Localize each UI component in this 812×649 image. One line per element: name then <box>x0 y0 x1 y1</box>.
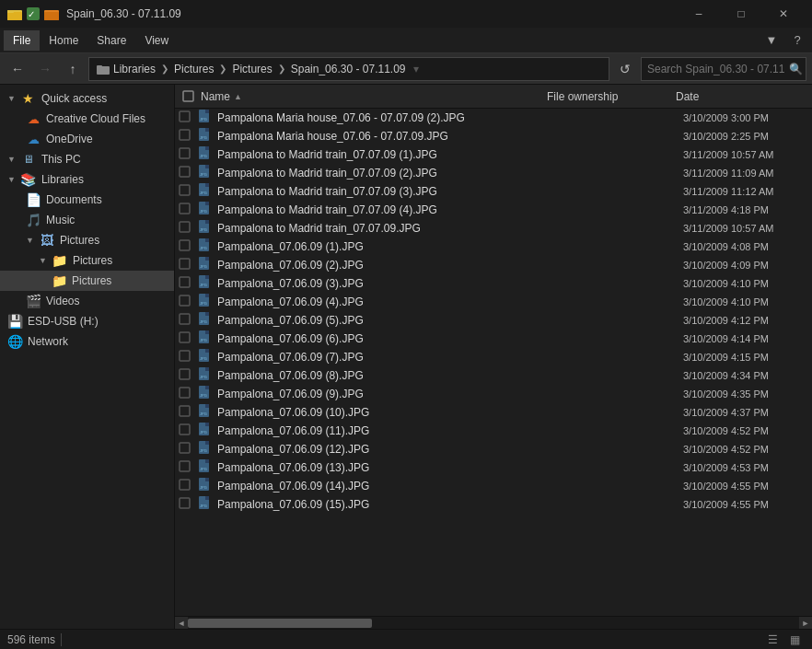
table-row[interactable]: JPG Pampalona_07.06.09 (6).JPG 3/10/2009… <box>175 330 812 348</box>
sidebar-item-libraries[interactable]: ▼ 📚 Libraries <box>0 169 174 190</box>
svg-text:JPG: JPG <box>200 209 207 214</box>
row-checkbox[interactable] <box>179 276 197 291</box>
row-checkbox[interactable] <box>179 184 197 199</box>
path-pictures1[interactable]: Pictures <box>174 63 214 75</box>
large-icons-view-button[interactable]: ▦ <box>784 632 805 648</box>
svg-text:JPG: JPG <box>200 411 207 416</box>
row-checkbox[interactable] <box>179 313 197 328</box>
row-checkbox[interactable] <box>179 331 197 346</box>
row-checkbox[interactable] <box>179 460 197 475</box>
menubar-help-icon[interactable]: ? <box>786 29 808 52</box>
row-checkbox[interactable] <box>179 110 197 125</box>
table-row[interactable]: JPG Pampalona Maria house_07.06 - 07.07.… <box>175 109 812 127</box>
svg-text:JPG: JPG <box>200 393 207 398</box>
sidebar-item-pictures-sub[interactable]: ▼ 📁 Pictures <box>0 250 174 271</box>
address-path[interactable]: Libraries ❯ Pictures ❯ Pictures ❯ Spain_… <box>88 57 609 81</box>
close-button[interactable]: ✕ <box>762 0 805 28</box>
sidebar-item-pictures-active[interactable]: 📁 Pictures <box>0 271 174 291</box>
jpg-file-icon: JPG <box>197 202 214 219</box>
hscroll-right-button[interactable]: ► <box>799 617 812 630</box>
row-checkbox[interactable] <box>179 387 197 401</box>
row-checkbox[interactable] <box>179 239 197 254</box>
search-input[interactable] <box>647 63 785 75</box>
row-checkbox[interactable] <box>179 129 197 144</box>
horizontal-scrollbar[interactable]: ◄ ► <box>175 616 812 629</box>
refresh-button[interactable]: ↺ <box>613 57 637 81</box>
back-button[interactable]: ← <box>6 57 29 81</box>
table-row[interactable]: JPG Pampalona_07.06.09 (2).JPG 3/10/2009… <box>175 256 812 274</box>
hscroll-left-button[interactable]: ◄ <box>175 617 188 630</box>
svg-text:JPG: JPG <box>200 301 207 306</box>
table-row[interactable]: JPG Pampalona_07.06.09 (14).JPG 3/10/200… <box>175 477 812 495</box>
sidebar-item-onedrive[interactable]: ☁ OneDrive <box>0 129 174 149</box>
sidebar-item-pictures[interactable]: ▼ 🖼 Pictures <box>0 230 174 250</box>
row-checkbox[interactable] <box>179 166 197 180</box>
column-date-header[interactable]: Date <box>672 90 801 103</box>
table-row[interactable]: JPG Pampalona_07.06.09 (10).JPG 3/10/200… <box>175 403 812 422</box>
header-checkbox[interactable] <box>179 90 197 102</box>
table-row[interactable]: JPG Pampalona_07.06.09 (13).JPG 3/10/200… <box>175 458 812 477</box>
table-row[interactable]: JPG Pampalona_07.06.09 (9).JPG 3/10/2009… <box>175 385 812 403</box>
forward-button[interactable]: → <box>33 57 57 81</box>
row-checkbox[interactable] <box>179 295 197 309</box>
statusbar: 596 items ☰ ▦ <box>0 629 812 649</box>
table-row[interactable]: JPG Pampalona_07.06.09 (1).JPG 3/10/2009… <box>175 238 812 256</box>
up-button[interactable]: ↑ <box>61 57 85 81</box>
table-row[interactable]: JPG Pampalona_07.06.09 (5).JPG 3/10/2009… <box>175 311 812 330</box>
menu-home[interactable]: Home <box>40 30 87 51</box>
sidebar-item-network[interactable]: 🌐 Network <box>0 331 174 352</box>
table-row[interactable]: JPG Pampalona_07.06.09 (7).JPG 3/10/2009… <box>175 348 812 366</box>
minimize-button[interactable]: – <box>678 0 720 28</box>
row-checkbox[interactable] <box>179 497 197 512</box>
menu-share[interactable]: Share <box>87 30 135 51</box>
row-checkbox[interactable] <box>179 479 197 493</box>
table-row[interactable]: JPG Pampalona_07.06.09 (12).JPG 3/10/200… <box>175 440 812 458</box>
details-view-button[interactable]: ☰ <box>762 632 783 648</box>
svg-rect-32 <box>205 202 209 205</box>
column-name-header[interactable]: Name ▲ <box>197 90 543 103</box>
row-checkbox[interactable] <box>179 368 197 383</box>
column-ownership-header[interactable]: File ownership <box>543 90 672 103</box>
titlebar-controls: – □ ✕ <box>678 0 805 28</box>
row-checkbox[interactable] <box>179 147 197 162</box>
table-row[interactable]: JPG Pampalona_07.06.09 (15).JPG 3/10/200… <box>175 495 812 514</box>
table-row[interactable]: JPG Pampalona_07.06.09 (8).JPG 3/10/2009… <box>175 366 812 385</box>
row-checkbox[interactable] <box>179 423 197 438</box>
menu-file[interactable]: File <box>4 30 40 51</box>
sidebar-item-videos[interactable]: 🎬 Videos <box>0 291 174 311</box>
table-row[interactable]: JPG Pampalona_07.06.09 (4).JPG 3/10/2009… <box>175 293 812 311</box>
row-checkbox[interactable] <box>179 258 197 272</box>
table-row[interactable]: JPG Pampalona_07.06.09 (11).JPG 3/10/200… <box>175 422 812 440</box>
row-checkbox[interactable] <box>179 350 197 365</box>
sidebar-item-music[interactable]: 🎵 Music <box>0 210 174 230</box>
svg-text:JPG: JPG <box>200 485 207 490</box>
sidebar-item-quick-access[interactable]: ▼ ★ Quick access <box>0 88 174 109</box>
sidebar-item-documents[interactable]: 📄 Documents <box>0 190 174 210</box>
table-row[interactable]: JPG Pampalona to Madrid train_07.07.09 (… <box>175 182 812 201</box>
search-box[interactable]: 🔍 <box>641 57 806 81</box>
row-checkbox[interactable] <box>179 405 197 420</box>
path-spain[interactable]: Spain_06.30 - 07.11.09 <box>291 63 406 75</box>
row-checkbox[interactable] <box>179 442 197 457</box>
maximize-button[interactable]: □ <box>720 0 762 28</box>
file-icon-svg: JPG <box>197 275 212 290</box>
table-row[interactable]: JPG Pampalona Maria house_07.06 - 07.07.… <box>175 127 812 145</box>
table-row[interactable]: JPG Pampalona to Madrid train_07.07.09.J… <box>175 219 812 238</box>
row-checkbox[interactable] <box>179 203 197 217</box>
table-row[interactable]: JPG Pampalona to Madrid train_07.07.09 (… <box>175 164 812 182</box>
sidebar-item-esd-usb[interactable]: 💾 ESD-USB (H:) <box>0 311 174 331</box>
table-row[interactable]: JPG Pampalona_07.06.09 (3).JPG 3/10/2009… <box>175 274 812 293</box>
svg-rect-22 <box>180 167 190 177</box>
row-checkbox[interactable] <box>179 221 197 236</box>
table-row[interactable]: JPG Pampalona to Madrid train_07.07.09 (… <box>175 145 812 164</box>
menubar-expand-icon[interactable]: ▼ <box>760 29 783 52</box>
path-libraries[interactable]: Libraries <box>113 63 156 75</box>
file-date-cell: 3/10/2009 4:37 PM <box>679 407 808 418</box>
sidebar-item-creative-cloud[interactable]: ☁ Creative Cloud Files <box>0 109 174 129</box>
path-pictures2[interactable]: Pictures <box>232 63 272 75</box>
table-row[interactable]: JPG Pampalona to Madrid train_07.07.09 (… <box>175 201 812 219</box>
sidebar-item-this-pc[interactable]: ▼ 🖥 This PC <box>0 149 174 169</box>
hscroll-thumb[interactable] <box>188 619 372 628</box>
menu-view[interactable]: View <box>135 30 178 51</box>
onedrive-icon: ☁ <box>26 132 41 146</box>
